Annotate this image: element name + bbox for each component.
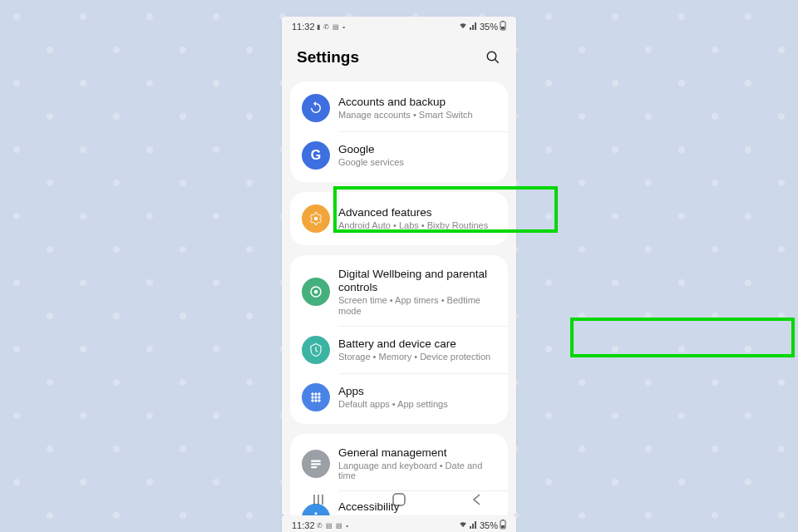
row-accounts-backup[interactable]: Accounts and backup Manage accounts • Sm…	[290, 85, 508, 131]
wifi-icon	[458, 520, 468, 530]
svg-rect-2	[502, 21, 504, 22]
advanced-icon	[302, 204, 330, 233]
row-apps[interactable]: Apps Default apps • App settings	[290, 374, 508, 421]
clock: 11:32	[292, 22, 315, 32]
title: Digital Wellbeing and parental controls	[338, 268, 496, 294]
status-bar: 11:32 ▮ ✆ ▤ • 35%	[282, 17, 516, 37]
row-battery-care[interactable]: Battery and device care Storage • Memory…	[290, 327, 508, 373]
search-icon[interactable]	[485, 49, 501, 66]
battery-text: 35%	[480, 520, 498, 530]
battery-icon	[500, 21, 506, 32]
title: General management	[338, 446, 496, 460]
row-advanced-features[interactable]: Advanced features Android Auto • Labs • …	[290, 195, 508, 242]
navigation-bar	[282, 484, 516, 515]
subtitle: Google services	[338, 157, 496, 168]
title: Advanced features	[338, 206, 496, 219]
title: Google	[338, 143, 496, 156]
svg-point-13	[311, 399, 313, 401]
subtitle: Storage • Memory • Device protection	[338, 352, 496, 362]
highlight-side-key	[570, 318, 795, 357]
subtitle: Manage accounts • Smart Switch	[338, 110, 496, 121]
svg-point-4	[314, 217, 318, 221]
clock: 11:32	[292, 520, 315, 530]
tutorial-three-phones: { "status": { "time_a": "11:32", "time_b…	[282, 17, 516, 532]
svg-point-12	[318, 396, 320, 398]
battery-text: 35%	[480, 22, 498, 32]
subtitle: Language and keyboard • Date and time	[338, 461, 496, 481]
svg-point-6	[314, 290, 318, 294]
wellbeing-icon	[302, 278, 330, 306]
row-digital-wellbeing[interactable]: Digital Wellbeing and parental controls …	[290, 259, 508, 326]
device-care-icon	[302, 336, 330, 364]
google-icon: G	[302, 141, 330, 170]
svg-rect-22	[501, 525, 505, 528]
wifi-icon	[458, 22, 468, 32]
subtitle: Screen time • App timers • Bedtime mode	[338, 295, 496, 316]
sync-icon	[302, 94, 330, 122]
status-icons-left: ▮ ✆ ▤ •	[317, 23, 346, 31]
svg-point-3	[487, 52, 496, 61]
svg-rect-18	[311, 466, 318, 468]
row-general-management[interactable]: General management Language and keyboard…	[290, 437, 508, 490]
nav-back-icon[interactable]	[468, 490, 486, 509]
row-google[interactable]: G Google Google services	[290, 132, 508, 179]
svg-rect-1	[501, 27, 505, 29]
settings-header: Settings	[282, 37, 516, 81]
svg-point-8	[314, 392, 317, 395]
battery-icon	[500, 520, 506, 531]
svg-point-7	[311, 392, 313, 395]
nav-home-icon[interactable]	[390, 490, 408, 509]
status-bar: 11:32 ✆ ▤ ▤ • 35%	[282, 515, 516, 532]
svg-point-11	[314, 396, 317, 398]
svg-point-15	[318, 399, 320, 401]
svg-point-14	[314, 399, 317, 401]
svg-rect-17	[311, 463, 321, 465]
signal-icon	[470, 520, 478, 530]
card-wellbeing: Digital Wellbeing and parental controls …	[290, 255, 508, 424]
phone-settings: 11:32 ▮ ✆ ▤ • 35% Settings	[282, 17, 516, 515]
apps-icon	[302, 383, 330, 411]
svg-rect-16	[311, 460, 321, 461]
page-title: Settings	[297, 48, 359, 66]
title: Apps	[338, 385, 496, 398]
nav-recents-icon[interactable]	[312, 490, 330, 509]
subtitle: Default apps • App settings	[338, 399, 496, 410]
svg-point-10	[311, 396, 313, 398]
title: Accounts and backup	[338, 96, 496, 109]
subtitle: Android Auto • Labs • Bixby Routines	[338, 220, 496, 231]
svg-rect-23	[502, 520, 504, 520]
title: Battery and device care	[338, 337, 496, 351]
card-advanced-features: Advanced features Android Auto • Labs • …	[290, 192, 508, 245]
status-icons-left: ✆ ▤ ▤ •	[317, 522, 349, 530]
signal-icon	[470, 22, 478, 32]
svg-point-9	[318, 392, 320, 395]
general-icon	[302, 450, 330, 478]
card-accounts: Accounts and backup Manage accounts • Sm…	[290, 81, 508, 182]
svg-rect-20	[393, 494, 405, 505]
phone-advanced-features: 11:32 ✆ ▤ ▤ • 35% Advanced features Cont…	[282, 515, 516, 532]
